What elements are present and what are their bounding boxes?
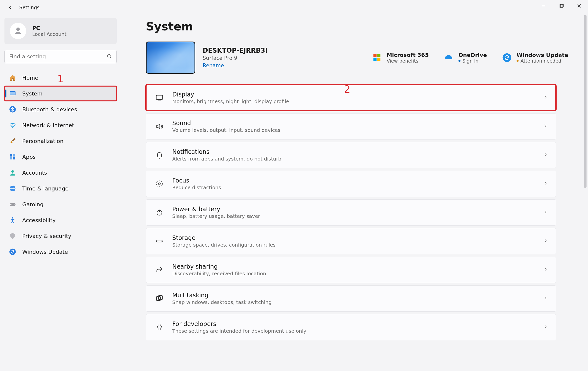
display-icon (154, 93, 165, 102)
search-input[interactable] (4, 50, 117, 63)
sidebar-item-accessibility[interactable]: Accessibility (4, 213, 117, 228)
sidebar-item-label: Apps (22, 154, 36, 160)
maximize-button[interactable] (552, 0, 570, 12)
sidebar-item-windows-update[interactable]: Windows Update (4, 244, 117, 259)
sidebar-item-accounts[interactable]: Accounts (4, 165, 117, 180)
window-controls (535, 0, 588, 12)
svg-rect-22 (377, 58, 381, 61)
search-wrap (4, 50, 117, 63)
setting-row-storage[interactable]: StorageStorage space, drives, configurat… (146, 228, 556, 254)
svg-rect-9 (13, 154, 15, 157)
settings-list: DisplayMonitors, brightness, night light… (146, 85, 556, 340)
chevron-right-icon (543, 324, 548, 330)
rename-link[interactable]: Rename (203, 63, 224, 69)
svg-point-16 (14, 205, 15, 205)
annotation-2: 2 (344, 84, 350, 95)
svg-point-12 (11, 170, 14, 173)
row-subtitle: Discoverability, received files location (172, 271, 266, 277)
sidebar-item-network[interactable]: Network & internet (4, 118, 117, 133)
close-button[interactable] (570, 0, 588, 12)
chevron-right-icon (543, 296, 548, 301)
sidebar-item-privacy[interactable]: Privacy & security (4, 229, 117, 243)
svg-point-26 (158, 183, 160, 185)
sidebar-item-system[interactable]: System (4, 86, 117, 101)
setting-row-power[interactable]: Power & batterySleep, battery usage, bat… (146, 199, 556, 226)
device-model: Surface Pro 9 (203, 55, 268, 61)
chevron-right-icon (543, 209, 548, 215)
chevron-right-icon (543, 238, 548, 244)
svg-rect-21 (373, 58, 377, 61)
svg-rect-5 (10, 92, 15, 95)
svg-rect-0 (560, 4, 563, 7)
focus-icon (154, 180, 165, 188)
setting-row-notifications[interactable]: NotificationsAlerts from apps and system… (146, 142, 556, 168)
setting-row-nearby-sharing[interactable]: Nearby sharingDiscoverability, received … (146, 257, 556, 283)
sidebar-item-label: Bluetooth & devices (22, 106, 77, 113)
chevron-right-icon (543, 152, 548, 158)
content-area: System DESKTOP-EJRRB3I Surface Pro 9 Ren… (121, 15, 588, 371)
account-name: PC (32, 25, 66, 31)
wifi-icon (9, 121, 16, 129)
svg-rect-11 (13, 157, 15, 159)
sidebar-item-bluetooth[interactable]: Bluetooth & devices (4, 102, 117, 117)
sidebar-item-gaming[interactable]: Gaming (4, 197, 117, 212)
row-title: Power & battery (172, 206, 260, 213)
setting-row-for-developers[interactable]: For developersThese settings are intende… (146, 314, 556, 340)
status-dot-icon (517, 60, 519, 62)
svg-point-7 (12, 127, 13, 128)
nav: Home System Bluetooth & devices Network … (4, 70, 117, 259)
svg-point-3 (108, 54, 110, 57)
chevron-right-icon (543, 181, 548, 187)
developer-icon (154, 323, 165, 331)
share-icon (154, 266, 165, 274)
setting-row-multitasking[interactable]: MultitaskingSnap windows, desktops, task… (146, 285, 556, 312)
sidebar-item-apps[interactable]: Apps (4, 149, 117, 164)
minimize-button[interactable] (535, 0, 552, 12)
svg-rect-8 (10, 154, 12, 157)
sidebar: PC Local Account Home System Bluetooth &… (0, 15, 121, 371)
setting-row-display[interactable]: DisplayMonitors, brightness, night light… (146, 85, 556, 111)
svg-rect-24 (156, 95, 163, 99)
row-subtitle: These settings are intended for developm… (172, 328, 306, 334)
svg-point-2 (16, 27, 20, 31)
scrollbar-thumb[interactable] (584, 15, 587, 188)
sidebar-item-label: Time & language (22, 186, 68, 192)
device-thumbnail[interactable] (146, 42, 195, 74)
chevron-right-icon (543, 95, 548, 101)
cloud-item-onedrive[interactable]: OneDrive Sign In (444, 52, 487, 64)
row-subtitle: Monitors, brightness, night light, displ… (172, 98, 289, 104)
svg-point-29 (161, 241, 162, 242)
sidebar-item-label: System (22, 91, 43, 97)
window-title: Settings (19, 4, 40, 10)
back-button[interactable] (6, 3, 15, 12)
sidebar-item-label: Accessibility (22, 217, 56, 223)
status-dot-icon (458, 60, 460, 62)
accessibility-icon (9, 216, 16, 224)
device-name: DESKTOP-EJRRB3I (203, 47, 268, 54)
sidebar-item-personalization[interactable]: Personalization (4, 134, 117, 148)
cloud-title: Microsoft 365 (387, 52, 429, 58)
cloud-subtitle: Sign In (462, 58, 479, 64)
row-subtitle: Volume levels, output, input, sound devi… (172, 127, 280, 133)
row-title: For developers (172, 321, 306, 327)
svg-rect-10 (10, 157, 12, 159)
scrollbar[interactable] (584, 15, 587, 371)
chevron-right-icon (543, 123, 548, 129)
svg-point-23 (503, 53, 511, 62)
sidebar-item-label: Accounts (22, 170, 47, 176)
apps-icon (9, 153, 16, 161)
row-subtitle: Snap windows, desktops, task switching (172, 299, 272, 305)
sidebar-item-time-language[interactable]: Time & language (4, 181, 117, 196)
storage-icon (154, 237, 165, 245)
search-icon (106, 53, 112, 60)
row-subtitle: Alerts from apps and system, do not dist… (172, 156, 281, 162)
account-card[interactable]: PC Local Account (4, 18, 117, 44)
chevron-right-icon (543, 267, 548, 273)
cloud-item-windows-update[interactable]: Windows Update Attention needed (502, 52, 568, 64)
setting-row-focus[interactable]: FocusReduce distractions (146, 171, 556, 197)
cloud-item-microsoft365[interactable]: Microsoft 365 View benefits (372, 52, 429, 64)
bell-icon (154, 151, 165, 159)
globe-icon (9, 185, 16, 192)
sidebar-item-label: Gaming (22, 201, 44, 208)
setting-row-sound[interactable]: SoundVolume levels, output, input, sound… (146, 113, 556, 139)
